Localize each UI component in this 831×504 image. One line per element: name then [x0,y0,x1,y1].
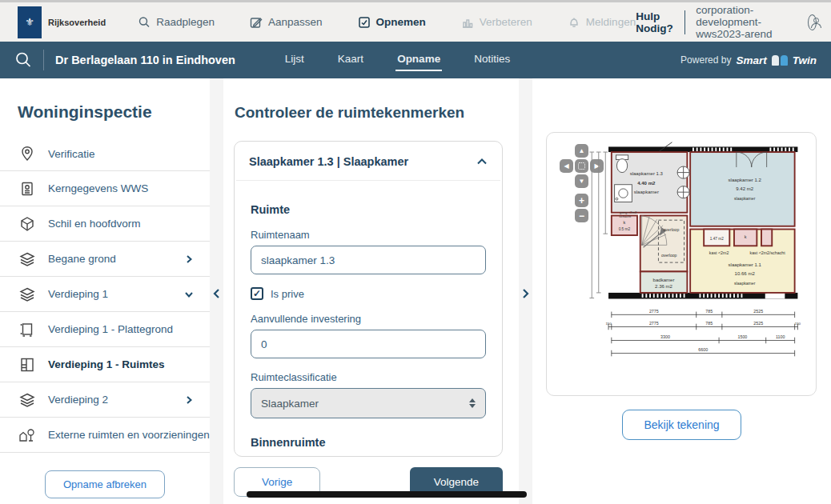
floorplan-card: ▲ ◀ ▶ ▼ + − [546,132,817,396]
pan-left-button[interactable]: ◀ [560,159,573,173]
room-area: 0.5 m2 [619,227,631,231]
sidebar-item-verificatie[interactable]: Verificatie [0,136,210,171]
room-label: schacht [619,214,632,218]
ruimtenaam-input[interactable] [251,246,486,274]
panel-expand-gutter [519,78,532,504]
top-header: ⚜ Rijksoverheid Raadplegen Aanpassen Opn… [0,2,831,42]
horizontal-scrollbar[interactable] [247,491,527,498]
section-binnenruimte: Binnenruimte [251,436,486,449]
is-prive-checkbox[interactable]: ✓ [251,287,263,300]
account-name: corporation-development-wws2023-arend [696,4,797,40]
sidebar-item-verdieping-1-ruimtes[interactable]: Verdieping 1 - Ruimtes [0,347,210,382]
dim-label: 3300 [660,334,670,339]
rijksoverheid-emblem-icon: ⚜ [18,6,42,38]
account-person-icon[interactable] [808,14,817,30]
room-label: overloop [661,253,677,258]
room-label: slaapkamer 1.2 [729,178,762,182]
room-card-header[interactable]: Slaapkamer 1.3 | Slaapkamer [235,142,502,180]
room-label: k [624,220,626,225]
map-pin-icon [18,146,37,162]
tab-notities[interactable]: Notities [472,50,512,71]
room-area: 4.40 m2 [637,181,656,186]
floorplan-icon [18,322,37,338]
room-label: badkamer [653,278,675,282]
pencil-icon [250,16,263,29]
rijksoverheid-logo[interactable]: ⚜ Rijksoverheid [18,6,106,38]
sidebar-item-verdieping-1-plattegrond[interactable]: Verdieping 1 - Plattegrond [0,312,210,347]
floorplan-drawing[interactable]: slaapkamer 1.3 4.40 m2 slaapkamer slaapk… [585,139,813,389]
property-address: Dr Berlagelaan 110 in Eindhoven [55,54,235,66]
chevron-up-icon[interactable] [476,154,488,169]
app-window: ⚜ Rijksoverheid Raadplegen Aanpassen Opn… [0,0,831,504]
layers-icon [18,286,37,302]
room-label: slaapkamer 1.3 [630,171,664,176]
classificatie-value: Slaapkamer [261,398,319,410]
room-form-body: Ruimte Ruimtenaam ✓ Is prive Aanvullende… [235,181,502,449]
secondary-navbar: Dr Berlagelaan 110 in Eindhoven Lijst Ka… [0,42,831,78]
cube-icon [18,216,37,232]
investering-input[interactable] [251,330,486,358]
room-label: gang <2m2 [620,210,637,214]
house-tree-icon [18,427,37,443]
classificatie-select[interactable]: Slaapkamer [251,388,486,418]
tab-kaart[interactable]: Kaart [336,50,365,71]
abort-inspection-button[interactable]: Opname afbreken [45,470,165,498]
bell-icon [568,16,580,29]
dim-label: 785 [705,321,713,326]
chevron-right-icon [184,254,194,264]
room-label: kast <2m2 [709,250,729,255]
inspection-sidebar: Woninginspectie Verificatie Kerngegevens… [0,78,210,504]
sidebar-item-kerngegevens-wws[interactable]: Kerngegevens WWS [0,171,210,206]
page-title: Controleer de ruimtekenmerken [235,104,519,122]
sidebar-item-schil-en-hoofdvorm[interactable]: Schil en hoofdvorm [0,206,210,242]
nav-aanpassen[interactable]: Aanpassen [250,16,323,29]
sidebar-steps: Verificatie Kerngegevens WWS Schil en ho… [0,136,210,453]
dim-label: 1500 [738,334,748,339]
room-area: 9.42 m2 [736,186,753,191]
room-type: slaapkamer [734,281,756,286]
dim-label: 2775 [649,321,659,326]
room-form-card: Slaapkamer 1.3 | Slaapkamer Ruimte Ruimt… [234,141,503,457]
tab-lijst[interactable]: Lijst [283,50,306,71]
powered-by: Powered by Smart Twin [680,54,817,66]
nav-verbeteren[interactable]: Verbeteren [461,16,532,29]
brand-smart: Smart [736,54,766,66]
select-arrows-icon [469,398,476,408]
room-label: kast <2m2/schacht [749,250,785,255]
nav-meldingen[interactable]: Meldingen [568,16,636,29]
ruimtenaam-label: Ruimtenaam [251,229,486,241]
room-label: k [745,234,747,239]
room-type: slaapkamer [734,196,756,201]
search-icon[interactable] [14,51,32,69]
help-link[interactable]: Hulp Nodig? [636,10,672,34]
room-label: slaapkamer 1.1 [729,262,762,267]
room-label: overloop [664,227,680,232]
room-area: 1.47 m2 [710,237,724,241]
expand-right-icon[interactable] [520,285,532,302]
dim-label: 150 [605,322,612,326]
chevron-down-icon [184,290,194,299]
magnifier-icon [138,16,151,29]
room-area: 2.36 m2 [655,284,672,289]
dim-label: 150 [795,322,801,326]
collapse-left-icon[interactable] [211,285,223,302]
sidebar-item-externe-ruimten[interactable]: Externe ruimten en voorzieningen [0,418,210,453]
sidebar-item-begane-grond[interactable]: Begane grond [0,242,210,277]
layers-icon [18,392,37,408]
nav-raadplegen[interactable]: Raadplegen [138,16,215,29]
header-nav: Raadplegen Aanpassen Opnemen Verbeteren … [138,16,636,29]
sidebar-item-verdieping-2[interactable]: Verdieping 2 [0,382,210,418]
floorplan-panel: ▲ ◀ ▶ ▼ + − [532,78,831,504]
rijksoverheid-logo-label: Rijksoverheid [48,18,106,27]
sidebar-item-verdieping-1[interactable]: Verdieping 1 [0,277,210,312]
section-ruimte: Ruimte [251,203,486,216]
investering-label: Aanvullende investering [251,313,486,325]
dim-label: 6600 [698,347,708,352]
room-area: 10.66 m2 [735,271,756,276]
tab-opname[interactable]: Opname [395,50,442,71]
view-drawing-button[interactable]: Bekijk tekening [622,410,741,440]
dim-label: 2775 [649,309,659,314]
dim-label: 2525 [753,321,763,326]
nav-opnemen[interactable]: Opnemen [358,16,426,29]
room-type: slaapkamer [634,190,659,194]
